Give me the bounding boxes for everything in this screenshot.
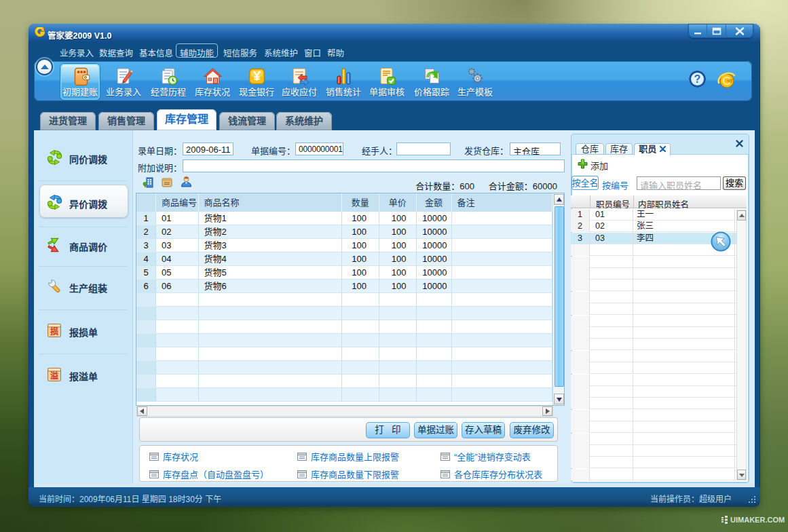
svg-text:损: 损: [50, 325, 58, 337]
svg-text:溢: 溢: [50, 369, 58, 381]
